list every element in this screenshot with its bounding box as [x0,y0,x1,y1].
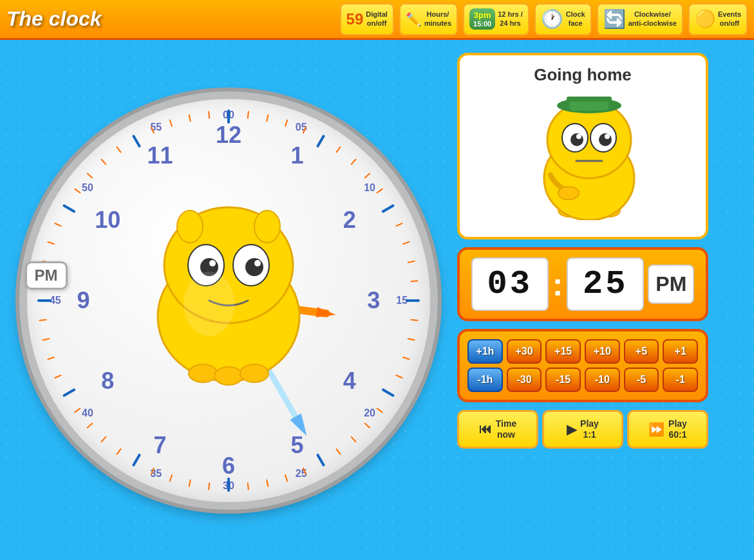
svg-point-75 [189,364,217,382]
svg-line-39 [75,409,80,413]
play-1-1-label: Play1:1 [580,418,599,440]
svg-line-49 [55,223,61,226]
svg-line-41 [55,375,61,378]
main-content: 12 1 2 3 4 5 6 7 8 9 10 11 00 05 10 15 2… [0,40,754,560]
minus-1h-button[interactable]: -1h [467,368,503,392]
clock-num-10: 10 [95,207,120,234]
svg-point-91 [576,134,581,139]
clock-num-7: 7 [154,432,167,459]
svg-point-77 [240,364,269,382]
svg-line-21 [377,409,382,413]
svg-point-66 [164,207,293,323]
svg-line-11 [396,223,402,226]
plus-10-button[interactable]: +10 [585,339,620,364]
digital-toggle-label: Digital on/off [366,10,388,27]
clockwise-button[interactable]: 🔄 Clockwise/ anti-clockwise [597,3,683,35]
events-toggle-button[interactable]: 🟡 Events on/off [688,3,748,35]
clock-num-3: 3 [367,287,380,314]
min-label-35: 35 [150,468,162,480]
svg-rect-86 [567,97,612,102]
svg-line-33 [170,475,172,481]
svg-line-18 [403,357,410,359]
svg-line-10 [383,206,393,212]
svg-line-44 [40,320,46,321]
svg-line-37 [102,437,106,442]
clock-num-8: 8 [101,368,114,395]
svg-line-42 [48,357,54,359]
minus-5-button[interactable]: -5 [624,368,659,392]
time-now-label: Timenow [496,418,516,440]
svg-line-32 [189,480,191,487]
am-pm-badge: PM [25,261,68,290]
plus-5-button[interactable]: +5 [624,339,659,364]
svg-line-17 [408,339,415,340]
play-60-1-label: Play60:1 [668,418,687,440]
svg-line-29 [248,483,249,489]
play-60-1-button[interactable]: ⏩ Play60:1 [627,410,708,449]
svg-line-27 [285,475,287,481]
right-panel: Going home [457,50,708,550]
svg-line-16 [411,320,417,321]
time-now-button[interactable]: ⏮ Timenow [457,410,538,449]
clock-face[interactable]: 12 1 2 3 4 5 6 7 8 9 10 11 00 05 10 15 2… [19,91,438,510]
svg-line-36 [117,449,121,454]
svg-point-68 [254,210,280,243]
svg-line-2 [267,115,268,121]
svg-line-48 [48,242,54,244]
svg-point-65 [158,252,299,381]
svg-point-67 [177,210,203,243]
minutes-display: 25 [567,257,644,311]
time-format-label: 12 hrs / 24 hrs [498,10,523,27]
svg-point-70 [233,245,269,286]
svg-line-43 [42,339,49,340]
plus-1-button[interactable]: +1 [663,339,698,364]
svg-line-52 [88,174,92,178]
svg-line-23 [352,437,356,442]
clock-num-1: 1 [290,142,303,169]
ampm-display: PM [648,265,694,304]
header: The clock 59 Digital on/off ✏️ Hours/ mi… [0,0,754,40]
svg-line-24 [337,449,341,454]
clock-num-5: 5 [290,432,303,459]
svg-line-20 [383,390,393,396]
minus-1-button[interactable]: -1 [663,368,698,392]
play-1-1-button[interactable]: ▶ Play1:1 [542,410,623,449]
hours-display: 03 [471,257,549,311]
minus-30-button[interactable]: -30 [507,368,542,392]
clock-container: 12 1 2 3 4 5 6 7 8 9 10 11 00 05 10 15 2… [10,50,448,552]
svg-line-31 [209,483,209,489]
clock-num-9: 9 [77,287,90,314]
svg-line-59 [209,112,209,118]
minus-10-button[interactable]: -10 [585,368,620,392]
svg-line-50 [64,206,75,212]
svg-line-62 [229,301,302,427]
svg-line-13 [408,261,415,263]
app-title: The clock [6,7,102,31]
plus-15-button[interactable]: +15 [545,339,581,364]
svg-line-1 [248,112,249,118]
plus-30-button[interactable]: +30 [507,339,542,364]
svg-line-19 [396,375,402,378]
svg-line-3 [285,120,287,126]
min-label-15: 15 [396,295,408,306]
svg-line-28 [267,480,268,487]
digital-toggle-button[interactable]: 59 Digital on/off [340,3,394,35]
hours-minutes-button[interactable]: ✏️ Hours/ minutes [399,3,458,35]
events-label: Events on/off [718,10,741,27]
min-label-20: 20 [364,407,375,419]
clock-face-button[interactable]: 🕐 Clock face [534,3,592,35]
svg-point-72 [245,258,263,276]
minus-15-button[interactable]: -15 [545,368,581,392]
svg-line-25 [318,455,324,465]
min-label-50: 50 [82,182,93,194]
plus-1h-button[interactable]: +1h [467,339,503,364]
event-image [518,91,647,220]
time-format-button[interactable]: 3pm 15:00 12 hrs / 24 hrs [463,3,529,35]
svg-line-35 [134,455,140,465]
min-label-10: 10 [364,182,375,194]
svg-line-51 [75,189,80,193]
event-card: Going home [457,53,708,239]
play-60-1-icon: ⏩ [648,422,664,437]
clock-num-2: 2 [343,207,356,234]
min-label-55: 55 [150,122,162,133]
